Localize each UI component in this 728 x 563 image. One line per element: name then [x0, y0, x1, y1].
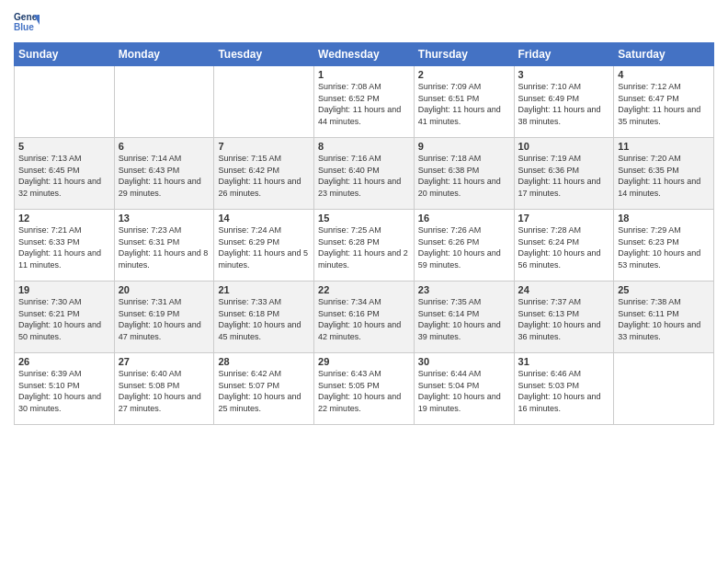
- calendar-cell: 30Sunrise: 6:44 AM Sunset: 5:04 PM Dayli…: [414, 353, 514, 425]
- weekday-header-wednesday: Wednesday: [314, 43, 415, 66]
- weekday-header-friday: Friday: [514, 43, 614, 66]
- calendar-cell: 19Sunrise: 7:30 AM Sunset: 6:21 PM Dayli…: [15, 282, 115, 353]
- day-number: 21: [218, 284, 310, 295]
- day-info: Sunrise: 7:08 AM Sunset: 6:52 PM Dayligh…: [318, 81, 410, 127]
- day-info: Sunrise: 7:28 AM Sunset: 6:24 PM Dayligh…: [518, 224, 610, 270]
- day-number: 27: [119, 356, 210, 367]
- calendar-cell: [15, 66, 115, 138]
- day-info: Sunrise: 6:46 AM Sunset: 5:03 PM Dayligh…: [518, 368, 610, 414]
- calendar-cell: 2Sunrise: 7:09 AM Sunset: 6:51 PM Daylig…: [414, 66, 514, 138]
- calendar-cell: 11Sunrise: 7:20 AM Sunset: 6:35 PM Dayli…: [614, 138, 714, 210]
- day-info: Sunrise: 7:16 AM Sunset: 6:40 PM Dayligh…: [318, 153, 410, 199]
- day-info: Sunrise: 7:19 AM Sunset: 6:36 PM Dayligh…: [518, 153, 610, 199]
- day-number: 15: [318, 213, 410, 224]
- day-number: 9: [418, 141, 510, 152]
- day-info: Sunrise: 7:30 AM Sunset: 6:21 PM Dayligh…: [18, 296, 110, 342]
- day-number: 23: [418, 284, 510, 295]
- calendar-cell: 15Sunrise: 7:25 AM Sunset: 6:28 PM Dayli…: [314, 210, 415, 282]
- day-info: Sunrise: 7:25 AM Sunset: 6:28 PM Dayligh…: [318, 224, 410, 270]
- week-row-1: 1Sunrise: 7:08 AM Sunset: 6:52 PM Daylig…: [15, 66, 714, 138]
- weekday-header-sunday: Sunday: [15, 43, 115, 66]
- day-number: 17: [518, 213, 610, 224]
- week-row-2: 5Sunrise: 7:13 AM Sunset: 6:45 PM Daylig…: [15, 138, 714, 210]
- calendar-cell: [214, 66, 314, 138]
- day-number: 16: [418, 213, 510, 224]
- week-row-3: 12Sunrise: 7:21 AM Sunset: 6:33 PM Dayli…: [15, 210, 714, 282]
- day-info: Sunrise: 6:40 AM Sunset: 5:08 PM Dayligh…: [119, 368, 210, 414]
- day-number: 2: [418, 69, 510, 80]
- calendar-cell: 13Sunrise: 7:23 AM Sunset: 6:31 PM Dayli…: [114, 210, 214, 282]
- day-number: 18: [618, 213, 710, 224]
- day-number: 14: [218, 213, 310, 224]
- calendar-cell: [614, 353, 714, 425]
- calendar-cell: 28Sunrise: 6:42 AM Sunset: 5:07 PM Dayli…: [214, 353, 314, 425]
- day-number: 6: [119, 141, 210, 152]
- calendar-cell: 24Sunrise: 7:37 AM Sunset: 6:13 PM Dayli…: [514, 282, 614, 353]
- day-info: Sunrise: 7:20 AM Sunset: 6:35 PM Dayligh…: [618, 153, 710, 199]
- calendar-cell: 7Sunrise: 7:15 AM Sunset: 6:42 PM Daylig…: [214, 138, 314, 210]
- day-number: 10: [518, 141, 610, 152]
- header: General Blue: [14, 9, 714, 35]
- calendar-cell: 14Sunrise: 7:24 AM Sunset: 6:29 PM Dayli…: [214, 210, 314, 282]
- calendar-cell: 9Sunrise: 7:18 AM Sunset: 6:38 PM Daylig…: [414, 138, 514, 210]
- day-number: 30: [418, 356, 510, 367]
- calendar-cell: 3Sunrise: 7:10 AM Sunset: 6:49 PM Daylig…: [514, 66, 614, 138]
- day-number: 5: [18, 141, 110, 152]
- weekday-header-tuesday: Tuesday: [214, 43, 314, 66]
- calendar-cell: 23Sunrise: 7:35 AM Sunset: 6:14 PM Dayli…: [414, 282, 514, 353]
- day-number: 28: [218, 356, 310, 367]
- page: General Blue SundayMondayTuesdayWednesda…: [0, 0, 728, 563]
- day-info: Sunrise: 7:13 AM Sunset: 6:45 PM Dayligh…: [18, 153, 110, 199]
- day-info: Sunrise: 7:15 AM Sunset: 6:42 PM Dayligh…: [218, 153, 310, 199]
- day-info: Sunrise: 7:33 AM Sunset: 6:18 PM Dayligh…: [218, 296, 310, 342]
- calendar-cell: 5Sunrise: 7:13 AM Sunset: 6:45 PM Daylig…: [15, 138, 115, 210]
- day-number: 29: [318, 356, 410, 367]
- day-info: Sunrise: 7:23 AM Sunset: 6:31 PM Dayligh…: [119, 224, 210, 270]
- calendar-cell: 25Sunrise: 7:38 AM Sunset: 6:11 PM Dayli…: [614, 282, 714, 353]
- calendar-cell: 29Sunrise: 6:43 AM Sunset: 5:05 PM Dayli…: [314, 353, 415, 425]
- calendar-cell: 6Sunrise: 7:14 AM Sunset: 6:43 PM Daylig…: [114, 138, 214, 210]
- day-info: Sunrise: 7:10 AM Sunset: 6:49 PM Dayligh…: [518, 81, 610, 127]
- calendar-cell: 4Sunrise: 7:12 AM Sunset: 6:47 PM Daylig…: [614, 66, 714, 138]
- calendar-cell: 18Sunrise: 7:29 AM Sunset: 6:23 PM Dayli…: [614, 210, 714, 282]
- day-number: 7: [218, 141, 310, 152]
- calendar-cell: 10Sunrise: 7:19 AM Sunset: 6:36 PM Dayli…: [514, 138, 614, 210]
- day-info: Sunrise: 7:09 AM Sunset: 6:51 PM Dayligh…: [418, 81, 510, 127]
- day-number: 1: [318, 69, 410, 80]
- day-info: Sunrise: 7:35 AM Sunset: 6:14 PM Dayligh…: [418, 296, 510, 342]
- weekday-header-saturday: Saturday: [614, 43, 714, 66]
- day-number: 26: [18, 356, 110, 367]
- day-number: 19: [18, 284, 110, 295]
- day-number: 24: [518, 284, 610, 295]
- day-info: Sunrise: 7:14 AM Sunset: 6:43 PM Dayligh…: [119, 153, 210, 199]
- day-number: 4: [618, 69, 710, 80]
- week-row-5: 26Sunrise: 6:39 AM Sunset: 5:10 PM Dayli…: [15, 353, 714, 425]
- day-info: Sunrise: 7:21 AM Sunset: 6:33 PM Dayligh…: [18, 224, 110, 270]
- weekday-header-monday: Monday: [114, 43, 214, 66]
- weekday-header-row: SundayMondayTuesdayWednesdayThursdayFrid…: [15, 43, 714, 66]
- calendar-cell: 26Sunrise: 6:39 AM Sunset: 5:10 PM Dayli…: [15, 353, 115, 425]
- week-row-4: 19Sunrise: 7:30 AM Sunset: 6:21 PM Dayli…: [15, 282, 714, 353]
- calendar-cell: 20Sunrise: 7:31 AM Sunset: 6:19 PM Dayli…: [114, 282, 214, 353]
- day-info: Sunrise: 7:37 AM Sunset: 6:13 PM Dayligh…: [518, 296, 610, 342]
- day-number: 22: [318, 284, 410, 295]
- day-info: Sunrise: 7:24 AM Sunset: 6:29 PM Dayligh…: [218, 224, 310, 270]
- day-info: Sunrise: 6:44 AM Sunset: 5:04 PM Dayligh…: [418, 368, 510, 414]
- calendar-cell: 8Sunrise: 7:16 AM Sunset: 6:40 PM Daylig…: [314, 138, 415, 210]
- day-number: 11: [618, 141, 710, 152]
- calendar-cell: 16Sunrise: 7:26 AM Sunset: 6:26 PM Dayli…: [414, 210, 514, 282]
- day-info: Sunrise: 6:39 AM Sunset: 5:10 PM Dayligh…: [18, 368, 110, 414]
- day-number: 13: [119, 213, 210, 224]
- weekday-header-thursday: Thursday: [414, 43, 514, 66]
- day-number: 20: [119, 284, 210, 295]
- day-info: Sunrise: 7:31 AM Sunset: 6:19 PM Dayligh…: [119, 296, 210, 342]
- day-info: Sunrise: 7:34 AM Sunset: 6:16 PM Dayligh…: [318, 296, 410, 342]
- day-info: Sunrise: 6:43 AM Sunset: 5:05 PM Dayligh…: [318, 368, 410, 414]
- logo: General Blue: [14, 9, 40, 35]
- calendar-cell: 21Sunrise: 7:33 AM Sunset: 6:18 PM Dayli…: [214, 282, 314, 353]
- day-number: 25: [618, 284, 710, 295]
- day-info: Sunrise: 7:12 AM Sunset: 6:47 PM Dayligh…: [618, 81, 710, 127]
- day-info: Sunrise: 7:18 AM Sunset: 6:38 PM Dayligh…: [418, 153, 510, 199]
- calendar-cell: 12Sunrise: 7:21 AM Sunset: 6:33 PM Dayli…: [15, 210, 115, 282]
- calendar-table: SundayMondayTuesdayWednesdayThursdayFrid…: [14, 42, 714, 425]
